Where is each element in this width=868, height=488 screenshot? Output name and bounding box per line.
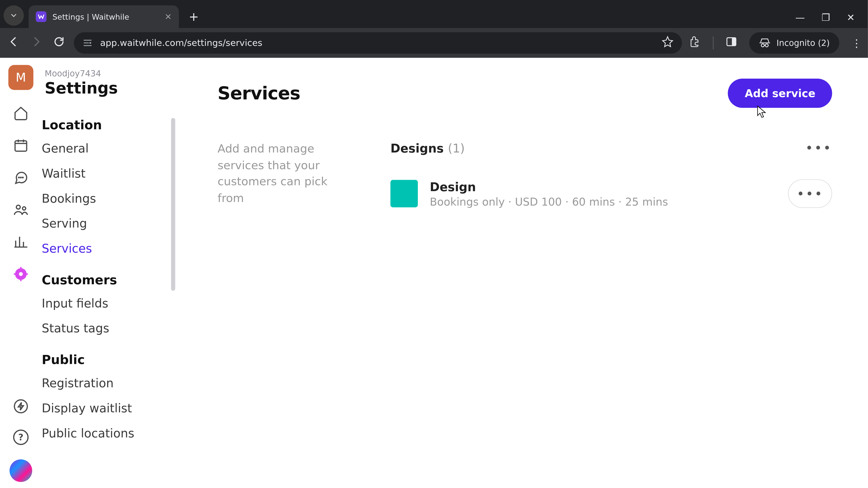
avatar-letter: M [16, 70, 26, 85]
sidepanel-icon[interactable] [725, 36, 737, 50]
svg-point-10 [22, 207, 26, 210]
calendar-icon[interactable] [12, 136, 30, 154]
nav-item-waitlist[interactable]: Waitlist [42, 161, 176, 186]
svg-rect-16 [25, 273, 28, 275]
svg-point-12 [19, 272, 23, 276]
svg-point-9 [16, 205, 20, 209]
tab-search-dropdown[interactable] [4, 5, 24, 26]
window-restore-icon[interactable]: ❐ [822, 12, 830, 23]
bolt-icon[interactable] [12, 397, 30, 415]
sidebar-title: Settings [45, 79, 176, 97]
page-title: Services [218, 83, 300, 104]
nav-heading-public: Public [42, 353, 176, 367]
nav-heading-customers: Customers [42, 273, 176, 287]
incognito-label: Incognito (2) [776, 38, 830, 48]
svg-point-7 [21, 177, 21, 178]
svg-rect-14 [20, 279, 22, 281]
nav-item-services[interactable]: Services [42, 236, 176, 261]
forward-button [29, 35, 44, 51]
browser-tab[interactable]: Settings | Waitwhile ✕ [29, 5, 179, 28]
people-icon[interactable] [12, 201, 30, 219]
address-bar[interactable]: app.waitwhile.com/settings/services [74, 32, 682, 54]
add-service-button[interactable]: Add service [728, 78, 832, 108]
svg-point-17 [14, 400, 27, 413]
nav-item-serving[interactable]: Serving [42, 211, 176, 236]
site-info-icon[interactable] [82, 37, 93, 48]
help-icon[interactable]: ? [13, 429, 29, 445]
chrome-menu-icon[interactable]: ⋮ [851, 37, 862, 49]
service-group-title: Designs (1) [391, 141, 465, 155]
svg-point-6 [19, 177, 19, 178]
settings-gear-icon[interactable] [12, 265, 30, 283]
nav-item-input-fields[interactable]: Input fields [42, 291, 176, 316]
svg-rect-15 [14, 273, 16, 275]
waitwhile-favicon [36, 11, 46, 22]
extensions-icon[interactable] [689, 36, 701, 50]
org-name: Moodjoy7434 [45, 68, 176, 78]
close-tab-icon[interactable]: ✕ [165, 12, 172, 22]
service-color-swatch [391, 180, 418, 207]
nav-item-general[interactable]: General [42, 136, 176, 161]
toolbar-divider [713, 36, 713, 50]
nav-item-display-waitlist[interactable]: Display waitlist [42, 396, 176, 421]
nav-item-bookings[interactable]: Bookings [42, 186, 176, 211]
url-text: app.waitwhile.com/settings/services [100, 37, 262, 48]
service-meta: Bookings only · USD 100 · 60 mins · 25 m… [430, 195, 776, 207]
reload-button[interactable] [51, 35, 67, 51]
svg-point-3 [761, 44, 764, 47]
tab-title: Settings | Waitwhile [53, 12, 159, 21]
new-tab-button[interactable]: + [185, 8, 203, 26]
org-avatar[interactable]: M [8, 65, 33, 90]
service-more-icon: ••• [797, 186, 824, 201]
nav-item-public-locations[interactable]: Public locations [42, 421, 176, 446]
service-name: Design [430, 180, 776, 194]
chat-icon[interactable] [12, 168, 30, 186]
page-description: Add and manage services that your custom… [218, 140, 355, 208]
svg-rect-5 [15, 141, 27, 151]
nav-heading-location: Location [42, 118, 176, 132]
svg-rect-13 [20, 267, 22, 269]
sidebar-scrollbar[interactable] [171, 118, 175, 291]
window-minimize-icon[interactable]: — [795, 12, 805, 23]
chevron-down-icon [9, 11, 18, 20]
svg-rect-2 [732, 38, 736, 46]
analytics-icon[interactable] [12, 233, 30, 251]
service-row[interactable]: Design Bookings only · USD 100 · 60 mins… [391, 180, 832, 208]
incognito-icon [758, 37, 771, 49]
window-close-icon[interactable]: ✕ [847, 12, 855, 23]
back-button[interactable] [6, 35, 22, 51]
nav-item-registration[interactable]: Registration [42, 370, 176, 396]
group-count: (1) [448, 141, 465, 155]
icon-rail: M ? [0, 58, 42, 488]
settings-sidebar: Moodjoy7434 Settings Location General Wa… [42, 58, 176, 488]
user-avatar[interactable] [9, 459, 32, 482]
group-more-icon[interactable]: ••• [805, 140, 832, 156]
svg-point-0 [90, 42, 91, 44]
group-name: Designs [391, 141, 444, 155]
service-more-button[interactable]: ••• [788, 180, 832, 208]
svg-point-4 [765, 44, 768, 47]
main-panel: Services Add service Add and manage serv… [176, 58, 868, 488]
bookmark-star-icon[interactable] [661, 36, 673, 50]
home-icon[interactable] [12, 104, 30, 122]
nav-item-status-tags[interactable]: Status tags [42, 316, 176, 341]
svg-point-8 [22, 177, 23, 178]
incognito-indicator[interactable]: Incognito (2) [749, 32, 839, 54]
